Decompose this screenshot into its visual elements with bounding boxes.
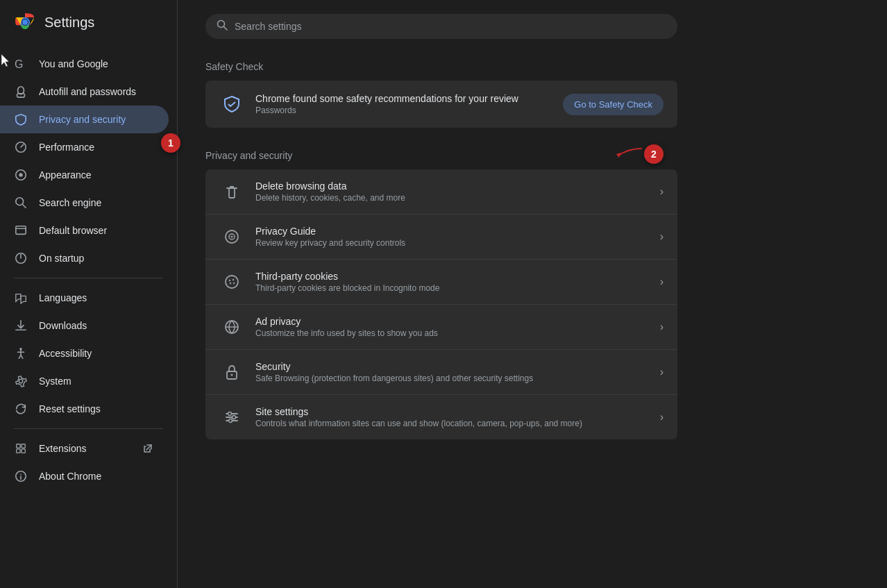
- delete-browsing-title: Delete browsing data: [255, 180, 649, 192]
- ad-privacy-desc: Customize the info used by sites to show…: [255, 328, 649, 338]
- sidebar-item-system[interactable]: System: [0, 367, 169, 395]
- svg-point-9: [19, 173, 22, 176]
- sidebar-item-performance[interactable]: Performance: [0, 133, 169, 161]
- settings-item-third-party-cookies[interactable]: Third-party cookies Third-party cookies …: [205, 260, 677, 305]
- sidebar-item-search-engine[interactable]: Search engine: [0, 189, 169, 217]
- svg-rect-6: [17, 94, 25, 97]
- sidebar-nav: G You and Google Autofill and passwords: [0, 44, 177, 496]
- delete-browsing-text: Delete browsing data Delete history, coo…: [255, 180, 649, 203]
- nav-label-search-engine: Search engine: [39, 197, 101, 208]
- system-icon: [14, 374, 28, 388]
- settings-item-site-settings[interactable]: Site settings Controls what information …: [205, 395, 677, 439]
- go-to-safety-check-button[interactable]: Go to Safety Check: [563, 94, 664, 115]
- nav-label-extensions: Extensions: [39, 443, 86, 454]
- security-arrow: ›: [660, 366, 664, 378]
- security-desc: Safe Browsing (protection from dangerous…: [255, 373, 649, 383]
- svg-line-22: [21, 355, 23, 359]
- safety-check-title: Chrome found some safety recommendations…: [255, 93, 552, 104]
- downloads-icon: [14, 319, 28, 333]
- nav-label-default-browser: Default browser: [39, 225, 107, 236]
- nav-divider-2: [14, 428, 163, 429]
- svg-rect-27: [22, 449, 25, 453]
- sidebar-item-languages[interactable]: Languages: [0, 284, 169, 312]
- safety-check-card[interactable]: Chrome found some safety recommendations…: [205, 81, 677, 128]
- sidebar-item-on-startup[interactable]: On startup: [0, 244, 169, 272]
- annotation-2-arrow: [615, 147, 643, 161]
- svg-text:G: G: [15, 58, 23, 70]
- svg-rect-26: [17, 449, 20, 453]
- site-settings-arrow: ›: [660, 411, 664, 423]
- svg-point-3: [22, 19, 28, 25]
- nav-label-on-startup: On startup: [39, 253, 84, 264]
- languages-icon: [14, 291, 28, 305]
- sidebar-item-reset-settings[interactable]: Reset settings: [0, 395, 169, 423]
- svg-rect-25: [22, 444, 25, 448]
- sidebar-item-extensions[interactable]: Extensions: [0, 435, 169, 462]
- nav-label-you-and-google: You and Google: [39, 58, 108, 69]
- privacy-guide-text: Privacy Guide Review key privacy and sec…: [255, 226, 649, 248]
- sidebar-item-default-browser[interactable]: Default browser: [0, 217, 169, 244]
- sidebar-item-privacy[interactable]: Privacy and security: [0, 106, 169, 133]
- accessibility-icon: [14, 346, 28, 360]
- svg-point-44: [230, 283, 231, 284]
- search-input[interactable]: [235, 21, 666, 32]
- nav-label-performance: Performance: [39, 142, 94, 153]
- chrome-logo-icon: [14, 11, 36, 33]
- lock-icon: [219, 360, 244, 385]
- extensions-icon: [14, 442, 28, 455]
- site-settings-desc: Controls what information sites can use …: [255, 419, 649, 428]
- autofill-icon: [14, 85, 28, 99]
- svg-line-11: [23, 205, 26, 208]
- nav-label-privacy: Privacy and security: [39, 114, 126, 125]
- nav-label-languages: Languages: [39, 292, 87, 303]
- settings-item-delete-browsing[interactable]: Delete browsing data Delete history, coo…: [205, 169, 677, 215]
- settings-item-security[interactable]: Security Safe Browsing (protection from …: [205, 350, 677, 395]
- annotation-2: 2: [644, 144, 664, 164]
- shield-icon: [14, 112, 28, 126]
- svg-point-43: [233, 279, 234, 280]
- svg-point-52: [228, 412, 232, 416]
- settings-title: Settings: [44, 15, 94, 31]
- svg-point-23: [19, 379, 22, 383]
- ad-privacy-text: Ad privacy Customize the info used by si…: [255, 316, 649, 338]
- sidebar-header: Settings: [0, 0, 177, 44]
- privacy-guide-title: Privacy Guide: [255, 226, 649, 237]
- nav-label-reset-settings: Reset settings: [39, 403, 101, 414]
- nav-label-accessibility: Accessibility: [39, 348, 92, 359]
- settings-item-ad-privacy[interactable]: Ad privacy Customize the info used by si…: [205, 305, 677, 350]
- sidebar-item-appearance[interactable]: Appearance: [0, 161, 169, 189]
- svg-point-54: [229, 419, 233, 423]
- safety-check-section-title: Safety Check: [205, 61, 859, 72]
- svg-point-53: [233, 416, 236, 419]
- sidebar-item-about-chrome[interactable]: About Chrome: [0, 462, 169, 490]
- svg-point-40: [231, 236, 233, 238]
- sidebar-item-you-and-google[interactable]: G You and Google: [0, 50, 169, 78]
- svg-point-48: [231, 374, 233, 376]
- browser-icon: [14, 224, 28, 237]
- safety-check-icon: [219, 92, 244, 117]
- search-bar[interactable]: [205, 14, 677, 39]
- sidebar-item-accessibility[interactable]: Accessibility: [0, 339, 169, 367]
- about-icon: [14, 469, 28, 483]
- security-text: Security Safe Browsing (protection from …: [255, 361, 649, 383]
- svg-point-10: [16, 198, 24, 205]
- ad-privacy-arrow: ›: [660, 321, 664, 333]
- site-settings-title: Site settings: [255, 406, 649, 417]
- cookies-arrow: ›: [660, 276, 664, 288]
- appearance-icon: [14, 168, 28, 182]
- startup-icon: [14, 251, 28, 265]
- svg-line-33: [224, 27, 228, 31]
- reset-icon: [14, 402, 28, 416]
- nav-label-downloads: Downloads: [39, 320, 87, 331]
- svg-rect-24: [17, 444, 20, 448]
- settings-item-privacy-guide[interactable]: Privacy Guide Review key privacy and sec…: [205, 215, 677, 260]
- sidebar: Settings G You and Google: [0, 0, 178, 588]
- svg-point-45: [233, 283, 235, 284]
- sidebar-item-autofill[interactable]: Autofill and passwords: [0, 78, 169, 106]
- privacy-section-title: Privacy and security: [205, 150, 859, 161]
- privacy-guide-arrow: ›: [660, 230, 664, 243]
- ad-privacy-title: Ad privacy: [255, 316, 649, 327]
- nav-label-appearance: Appearance: [39, 169, 92, 180]
- ad-privacy-icon: [219, 314, 244, 339]
- sidebar-item-downloads[interactable]: Downloads: [0, 312, 169, 339]
